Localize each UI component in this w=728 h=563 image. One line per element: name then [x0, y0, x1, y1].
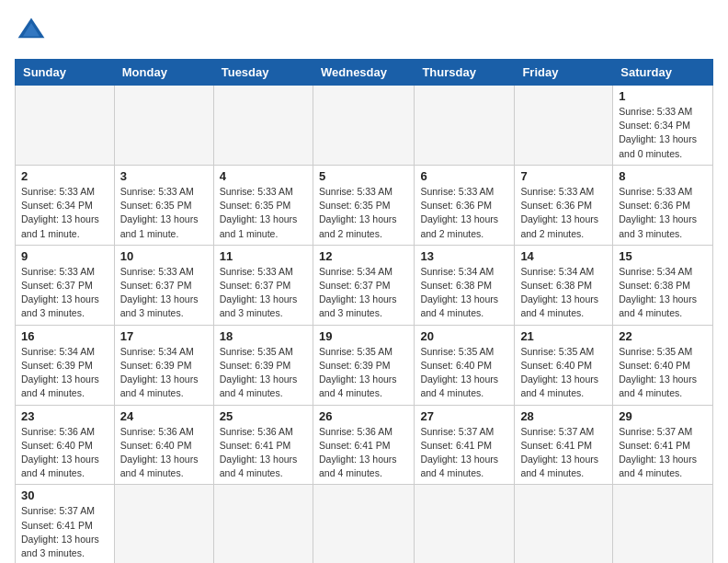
day-header-tuesday: Tuesday: [213, 60, 313, 86]
calendar-cell: [515, 86, 613, 166]
calendar-cell: 5Sunrise: 5:33 AM Sunset: 6:35 PM Daylig…: [313, 165, 414, 245]
logo-icon: [15, 15, 48, 48]
calendar-cell: [415, 86, 515, 166]
day-info: Sunrise: 5:33 AM Sunset: 6:35 PM Dayligh…: [220, 185, 307, 241]
day-number: 23: [21, 409, 108, 423]
calendar-cell: 20Sunrise: 5:35 AM Sunset: 6:40 PM Dayli…: [415, 325, 515, 405]
calendar-week-row: 9Sunrise: 5:33 AM Sunset: 6:37 PM Daylig…: [16, 245, 713, 325]
day-number: 20: [420, 329, 508, 343]
calendar-cell: [313, 86, 414, 166]
calendar-cell: [114, 86, 213, 166]
day-info: Sunrise: 5:36 AM Sunset: 6:41 PM Dayligh…: [319, 425, 408, 481]
day-info: Sunrise: 5:35 AM Sunset: 6:40 PM Dayligh…: [619, 345, 707, 401]
day-number: 21: [520, 329, 607, 343]
calendar-cell: 4Sunrise: 5:33 AM Sunset: 6:35 PM Daylig…: [213, 165, 313, 245]
day-number: 18: [220, 329, 307, 343]
calendar-cell: 12Sunrise: 5:34 AM Sunset: 6:37 PM Dayli…: [313, 245, 414, 325]
day-number: 1: [619, 89, 707, 103]
day-info: Sunrise: 5:33 AM Sunset: 6:37 PM Dayligh…: [220, 265, 307, 321]
calendar-cell: [213, 86, 313, 166]
day-header-sunday: Sunday: [16, 60, 115, 86]
day-info: Sunrise: 5:37 AM Sunset: 6:41 PM Dayligh…: [420, 425, 508, 481]
calendar-cell: 28Sunrise: 5:37 AM Sunset: 6:41 PM Dayli…: [515, 405, 613, 485]
calendar-cell: 22Sunrise: 5:35 AM Sunset: 6:40 PM Dayli…: [613, 325, 713, 405]
calendar-cell: 8Sunrise: 5:33 AM Sunset: 6:36 PM Daylig…: [613, 165, 713, 245]
day-number: 19: [319, 329, 408, 343]
day-info: Sunrise: 5:33 AM Sunset: 6:35 PM Dayligh…: [319, 185, 408, 241]
day-info: Sunrise: 5:37 AM Sunset: 6:41 PM Dayligh…: [619, 425, 707, 481]
calendar-cell: 14Sunrise: 5:34 AM Sunset: 6:38 PM Dayli…: [515, 245, 613, 325]
day-number: 29: [619, 409, 707, 423]
calendar-cell: [16, 86, 115, 166]
calendar-table: SundayMondayTuesdayWednesdayThursdayFrid…: [15, 59, 713, 563]
calendar-week-row: 2Sunrise: 5:33 AM Sunset: 6:34 PM Daylig…: [16, 165, 713, 245]
calendar-cell: 1Sunrise: 5:33 AM Sunset: 6:34 PM Daylig…: [613, 86, 713, 166]
day-info: Sunrise: 5:33 AM Sunset: 6:34 PM Dayligh…: [619, 105, 707, 161]
day-number: 10: [120, 249, 208, 263]
day-info: Sunrise: 5:37 AM Sunset: 6:41 PM Dayligh…: [21, 504, 108, 560]
day-info: Sunrise: 5:33 AM Sunset: 6:36 PM Dayligh…: [420, 185, 508, 241]
calendar-cell: 27Sunrise: 5:37 AM Sunset: 6:41 PM Dayli…: [415, 405, 515, 485]
day-header-wednesday: Wednesday: [313, 60, 414, 86]
day-header-friday: Friday: [515, 60, 613, 86]
day-number: 4: [220, 169, 307, 183]
calendar-cell: [515, 485, 613, 563]
day-header-monday: Monday: [114, 60, 213, 86]
day-info: Sunrise: 5:35 AM Sunset: 6:39 PM Dayligh…: [319, 345, 408, 401]
day-info: Sunrise: 5:33 AM Sunset: 6:37 PM Dayligh…: [21, 265, 108, 321]
day-number: 30: [21, 488, 108, 502]
calendar-cell: 13Sunrise: 5:34 AM Sunset: 6:38 PM Dayli…: [415, 245, 515, 325]
logo: [15, 15, 53, 48]
day-number: 8: [619, 169, 707, 183]
day-info: Sunrise: 5:33 AM Sunset: 6:34 PM Dayligh…: [21, 185, 108, 241]
calendar-cell: 24Sunrise: 5:36 AM Sunset: 6:40 PM Dayli…: [114, 405, 213, 485]
calendar-cell: 11Sunrise: 5:33 AM Sunset: 6:37 PM Dayli…: [213, 245, 313, 325]
calendar-cell: 7Sunrise: 5:33 AM Sunset: 6:36 PM Daylig…: [515, 165, 613, 245]
calendar-cell: 29Sunrise: 5:37 AM Sunset: 6:41 PM Dayli…: [613, 405, 713, 485]
day-number: 15: [619, 249, 707, 263]
day-info: Sunrise: 5:33 AM Sunset: 6:35 PM Dayligh…: [120, 185, 208, 241]
day-info: Sunrise: 5:36 AM Sunset: 6:40 PM Dayligh…: [21, 425, 108, 481]
day-info: Sunrise: 5:34 AM Sunset: 6:39 PM Dayligh…: [21, 345, 108, 401]
calendar-cell: 19Sunrise: 5:35 AM Sunset: 6:39 PM Dayli…: [313, 325, 414, 405]
calendar-cell: 3Sunrise: 5:33 AM Sunset: 6:35 PM Daylig…: [114, 165, 213, 245]
calendar-cell: [415, 485, 515, 563]
day-number: 14: [520, 249, 607, 263]
day-info: Sunrise: 5:35 AM Sunset: 6:39 PM Dayligh…: [220, 345, 307, 401]
day-number: 25: [220, 409, 307, 423]
calendar-cell: 26Sunrise: 5:36 AM Sunset: 6:41 PM Dayli…: [313, 405, 414, 485]
calendar-header-row: SundayMondayTuesdayWednesdayThursdayFrid…: [16, 60, 713, 86]
calendar-cell: [213, 485, 313, 563]
day-info: Sunrise: 5:34 AM Sunset: 6:39 PM Dayligh…: [120, 345, 208, 401]
calendar-week-row: 16Sunrise: 5:34 AM Sunset: 6:39 PM Dayli…: [16, 325, 713, 405]
day-info: Sunrise: 5:36 AM Sunset: 6:41 PM Dayligh…: [220, 425, 307, 481]
day-number: 26: [319, 409, 408, 423]
calendar-cell: 6Sunrise: 5:33 AM Sunset: 6:36 PM Daylig…: [415, 165, 515, 245]
day-number: 3: [120, 169, 208, 183]
day-number: 13: [420, 249, 508, 263]
calendar-cell: 21Sunrise: 5:35 AM Sunset: 6:40 PM Dayli…: [515, 325, 613, 405]
calendar-cell: 18Sunrise: 5:35 AM Sunset: 6:39 PM Dayli…: [213, 325, 313, 405]
day-number: 28: [520, 409, 607, 423]
day-number: 17: [120, 329, 208, 343]
day-info: Sunrise: 5:33 AM Sunset: 6:36 PM Dayligh…: [520, 185, 607, 241]
calendar-week-row: 1Sunrise: 5:33 AM Sunset: 6:34 PM Daylig…: [16, 86, 713, 166]
calendar-cell: 30Sunrise: 5:37 AM Sunset: 6:41 PM Dayli…: [16, 485, 115, 563]
day-info: Sunrise: 5:34 AM Sunset: 6:37 PM Dayligh…: [319, 265, 408, 321]
page-header: [15, 15, 713, 48]
calendar-week-row: 23Sunrise: 5:36 AM Sunset: 6:40 PM Dayli…: [16, 405, 713, 485]
day-number: 2: [21, 169, 108, 183]
calendar-cell: [613, 485, 713, 563]
day-number: 6: [420, 169, 508, 183]
day-number: 5: [319, 169, 408, 183]
calendar-cell: 15Sunrise: 5:34 AM Sunset: 6:38 PM Dayli…: [613, 245, 713, 325]
calendar-cell: 16Sunrise: 5:34 AM Sunset: 6:39 PM Dayli…: [16, 325, 115, 405]
calendar-cell: 25Sunrise: 5:36 AM Sunset: 6:41 PM Dayli…: [213, 405, 313, 485]
day-info: Sunrise: 5:34 AM Sunset: 6:38 PM Dayligh…: [420, 265, 508, 321]
day-number: 27: [420, 409, 508, 423]
day-info: Sunrise: 5:34 AM Sunset: 6:38 PM Dayligh…: [520, 265, 607, 321]
calendar-week-row: 30Sunrise: 5:37 AM Sunset: 6:41 PM Dayli…: [16, 485, 713, 563]
day-number: 22: [619, 329, 707, 343]
day-number: 24: [120, 409, 208, 423]
day-header-thursday: Thursday: [415, 60, 515, 86]
